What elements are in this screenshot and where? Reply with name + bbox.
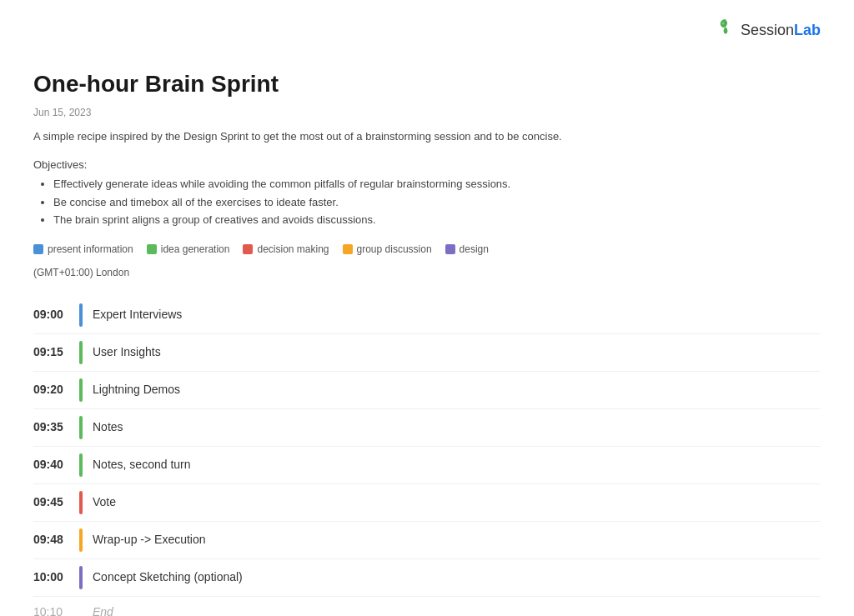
objective-item: The brain sprint aligns a group of creat… [53, 212, 821, 228]
objective-item: Effectively generate ideas while avoidin… [53, 176, 821, 193]
schedule-time-7: 10:00 [33, 568, 79, 586]
schedule-row-4[interactable]: 09:40 Notes, second turn [33, 447, 821, 484]
schedule-time-4: 09:40 [33, 456, 79, 473]
schedule-time-2: 09:20 [33, 381, 79, 398]
legend-dot-group [343, 244, 353, 254]
objectives-label: Objectives: [33, 157, 821, 173]
schedule-time-3: 09:35 [33, 418, 79, 436]
schedule-bar-6 [79, 528, 83, 552]
schedule-time-end: 10:10 [33, 603, 79, 617]
schedule-row-6[interactable]: 09:48 Wrap-up -> Execution [33, 522, 821, 559]
legend-item-group: group discussion [343, 242, 432, 257]
schedule-label-3: Notes [93, 418, 123, 436]
schedule-label-end: End [93, 603, 113, 617]
legend-label-idea: idea generation [161, 242, 230, 257]
schedule-end-row: 10:10 End [33, 597, 821, 617]
schedule-label-2: Lightning Demos [93, 381, 180, 398]
legend-item-idea: idea generation [147, 242, 230, 257]
schedule-bar-2 [79, 378, 83, 402]
schedule-bar-0 [79, 303, 83, 327]
schedule-bar-1 [79, 341, 83, 364]
objectives-list: Effectively generate ideas while avoidin… [33, 176, 821, 228]
schedule-bar-3 [79, 416, 83, 439]
schedule-time-1: 09:15 [33, 343, 79, 361]
schedule-row-0[interactable]: 09:00 Expert Interviews [33, 297, 821, 334]
schedule-time-0: 09:00 [33, 306, 79, 323]
schedule-row-2[interactable]: 09:20 Lightning Demos [33, 372, 821, 409]
schedule-label-5: Vote [93, 493, 116, 511]
legend-label-decision: decision making [257, 242, 329, 257]
legend-dot-decision [243, 244, 253, 254]
schedule: 09:00 Expert Interviews 09:15 User Insig… [33, 297, 821, 617]
schedule-row-5[interactable]: 09:45 Vote [33, 484, 821, 522]
page-wrapper: SessionLab One-hour Brain Sprint Jun 15,… [0, 0, 854, 616]
schedule-row-1[interactable]: 09:15 User Insights [33, 334, 821, 372]
schedule-label-7: Concept Sketching (optional) [93, 568, 243, 586]
legend-label-design: design [460, 242, 489, 257]
schedule-time-6: 09:48 [33, 531, 79, 548]
objective-item: Be concise and timebox all of the exerci… [53, 194, 821, 211]
legend-item-decision: decision making [243, 242, 329, 257]
schedule-bar-7 [79, 566, 83, 589]
page-title: One-hour Brain Sprint [33, 67, 821, 102]
legend-label-group: group discussion [357, 242, 432, 257]
legend-item-present: present information [33, 242, 133, 257]
schedule-label-6: Wrap-up -> Execution [93, 531, 206, 548]
schedule-label-1: User Insights [93, 343, 161, 361]
svg-point-0 [721, 23, 724, 25]
logo[interactable]: SessionLab [716, 17, 821, 44]
legend-label-present: present information [48, 242, 133, 257]
legend: present information idea generation deci… [33, 242, 821, 257]
schedule-bar-4 [79, 453, 83, 477]
legend-item-design: design [445, 242, 489, 257]
schedule-label-4: Notes, second turn [93, 456, 191, 473]
schedule-row-7[interactable]: 10:00 Concept Sketching (optional) [33, 559, 821, 597]
schedule-label-0: Expert Interviews [93, 306, 182, 323]
logo-text: SessionLab [741, 19, 821, 42]
page-date: Jun 15, 2023 [33, 105, 821, 120]
legend-dot-present [33, 244, 43, 254]
schedule-time-5: 09:45 [33, 493, 79, 511]
timezone: (GMT+01:00) London [33, 265, 821, 280]
schedule-row-3[interactable]: 09:35 Notes [33, 409, 821, 447]
logo-icon [716, 17, 736, 44]
legend-dot-design [445, 244, 455, 254]
page-description: A simple recipe inspired by the Design S… [33, 128, 821, 145]
schedule-bar-5 [79, 491, 83, 514]
legend-dot-idea [147, 244, 157, 254]
